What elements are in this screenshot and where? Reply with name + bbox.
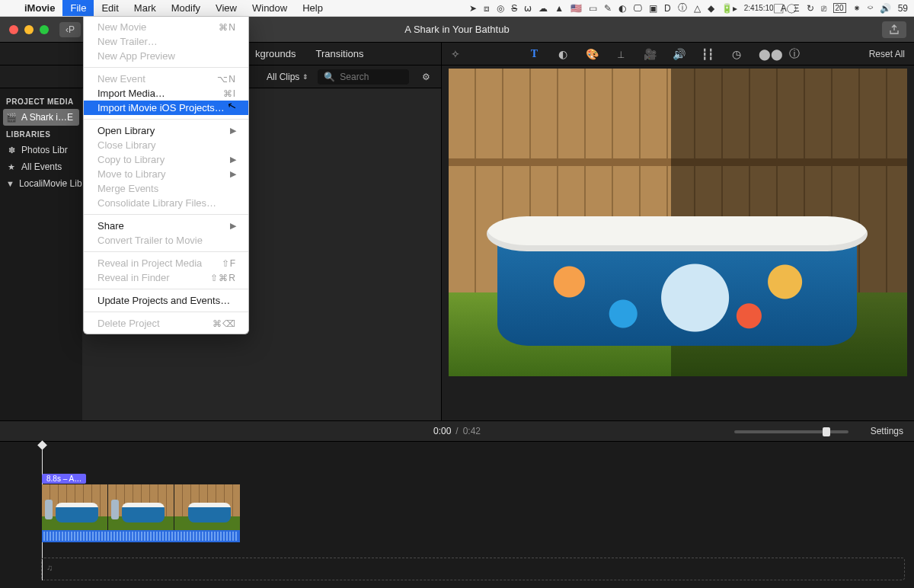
menu-new-event[interactable]: New Event⌥N [84,72,248,86]
menu-new-movie[interactable]: New Movie⌘N [84,20,248,34]
wifi-icon[interactable]: ⌔ [868,3,873,14]
bluetooth-icon[interactable]: ⁕ [853,3,861,14]
clip-label: 8.8s – A… [42,474,86,484]
box-icon[interactable]: ▣ [649,3,657,14]
menu-update-projects[interactable]: Update Projects and Events… [84,293,248,308]
sidebar-local-library[interactable]: ▼LocaliMovie Lib [0,175,82,192]
menu-open-library[interactable]: Open Library▶ [84,123,248,138]
cloud-icon[interactable]: ☁ [538,3,548,14]
music-note-icon: ♫ [46,563,53,572]
speed-icon[interactable]: ◷ [730,48,743,60]
color-correct-icon[interactable]: 🎨 [585,48,599,60]
search-input[interactable] [340,72,403,82]
file-menu-dropdown: New Movie⌘N New Trailer… New App Preview… [83,17,249,334]
display-icon[interactable]: 🖵 [633,3,642,14]
zoom-slider[interactable] [734,430,848,433]
dropbox-icon[interactable]: ⧈ [484,3,490,14]
sidebar-header-project: PROJECT MEDIA [0,93,82,109]
clip-thumb[interactable] [42,484,107,530]
menu-merge-events[interactable]: Merge Events [84,181,248,196]
time-current: 0:00 [433,426,451,436]
menu-consolidate[interactable]: Consolidate Library Files… [84,196,248,210]
menu-import-media[interactable]: Import Media…⌘I [84,86,248,101]
menu-share[interactable]: Share▶ [84,219,248,233]
sidebar-project-item[interactable]: 🎬A Shark i…E [3,109,79,126]
search-icon: 🔍 [324,72,335,82]
menu-file[interactable]: File [62,0,94,16]
share-button[interactable] [882,21,906,38]
menu-copy-to-library[interactable]: Copy to Library▶ [84,152,248,167]
traffic-lights[interactable] [0,25,49,34]
date-icon[interactable]: 20 [833,3,846,13]
a-icon[interactable]: ⃞A [781,3,787,14]
info-tool-icon[interactable]: ⓘ [788,47,801,61]
chevron-down-icon: ▼ [6,179,14,188]
time-bar: 0:00 / 0:42 Settings [0,420,914,442]
menu-view[interactable]: View [208,0,244,16]
drop-icon[interactable]: ◆ [708,3,714,14]
sync-icon[interactable]: ↻ [807,3,814,14]
filter-icon[interactable]: ⬤⬤ [759,48,772,60]
noise-icon[interactable]: ┇┇ [701,48,714,60]
crop-icon[interactable]: ⟂ [614,48,628,60]
location-icon[interactable]: ➤ [469,3,477,14]
preview-frame [449,69,907,376]
flower-icon: ✽ [6,145,17,155]
menu-close-library[interactable]: Close Library [84,138,248,152]
screen-icon[interactable]: ⎚ [821,3,826,14]
tab-backgrounds[interactable]: kgrounds [255,48,296,59]
menu-edit[interactable]: Edit [94,0,126,16]
menu-reveal-project[interactable]: Reveal in Project Media⇧F [84,256,248,270]
audio-waveform[interactable] [42,530,240,542]
clip-strip[interactable] [42,484,240,530]
menu-delete-project[interactable]: Delete Project⌘⌫ [84,316,248,331]
battery-icon[interactable]: 🔋▸ [721,3,737,14]
stabilize-icon[interactable]: 🎥 [643,48,657,60]
sidebar-all-events[interactable]: ★All Events [0,158,82,175]
menu-window[interactable]: Window [244,0,295,16]
menu-new-app-preview[interactable]: New App Preview [84,49,248,63]
filter-settings-icon[interactable]: ⚙ [418,72,433,82]
search-field[interactable]: 🔍 [318,69,409,85]
time-sep: / [455,426,458,436]
flag-icon[interactable]: 🇺🇸 [570,3,582,14]
evernote-icon[interactable]: ✎ [604,3,612,14]
clip-thumb[interactable] [108,484,174,530]
sidebar-header-libraries: LIBRARIES [0,126,82,142]
circle-icon[interactable]: ◐ [618,3,626,14]
antenna-icon[interactable]: ⍵ [524,3,532,14]
titles-icon[interactable]: T [527,48,541,60]
menu-modify[interactable]: Modify [164,0,208,16]
d-icon[interactable]: D [664,3,671,14]
back-button[interactable]: ‹ P [59,22,81,37]
tv-icon[interactable]: ▭ [589,3,597,14]
menu-reveal-finder[interactable]: Reveal in Finder⇧⌘R [84,270,248,285]
menu-import-ios-projects[interactable]: Import iMovie iOS Projects… [84,101,248,115]
menu-move-to-library[interactable]: Move to Library▶ [84,167,248,181]
menu-help[interactable]: Help [295,0,331,16]
timeline-settings-button[interactable]: Settings [871,426,914,436]
up-icon[interactable]: ▲ [554,3,564,14]
info-icon[interactable]: ⓘ [678,2,687,14]
reset-all-button[interactable]: Reset All [869,49,905,59]
clip-thumb[interactable] [174,484,240,530]
cc-icon[interactable]: ◎ [497,3,504,14]
music-track-well[interactable]: ♫ [41,558,905,580]
color-balance-icon[interactable]: ◐ [556,48,570,60]
app-name[interactable]: iMovie [17,2,62,14]
menu-new-trailer[interactable]: New Trailer… [84,34,248,49]
s-icon[interactable]: S [511,3,517,14]
clapper-icon: 🎬 [6,113,17,123]
menu-convert-trailer[interactable]: Convert Trailer to Movie [84,233,248,248]
magic-wand-icon[interactable]: ✧ [451,48,460,60]
volume-icon[interactable]: 🔊 [880,3,891,14]
z-icon[interactable]: ⃝Ξ [794,3,800,14]
volume-adjust-icon[interactable]: 🔊 [672,48,686,60]
flame-icon[interactable]: △ [694,3,701,14]
timeline[interactable]: 8.8s – A… ♫ [0,442,914,588]
sidebar-photos-library[interactable]: ✽Photos Libr [0,142,82,158]
menu-mark[interactable]: Mark [126,0,164,16]
tab-transitions[interactable]: Transitions [315,48,363,59]
allclips-dropdown[interactable]: All Clips⇕ [267,72,308,82]
clock[interactable]: 2:415:10 [744,5,774,11]
